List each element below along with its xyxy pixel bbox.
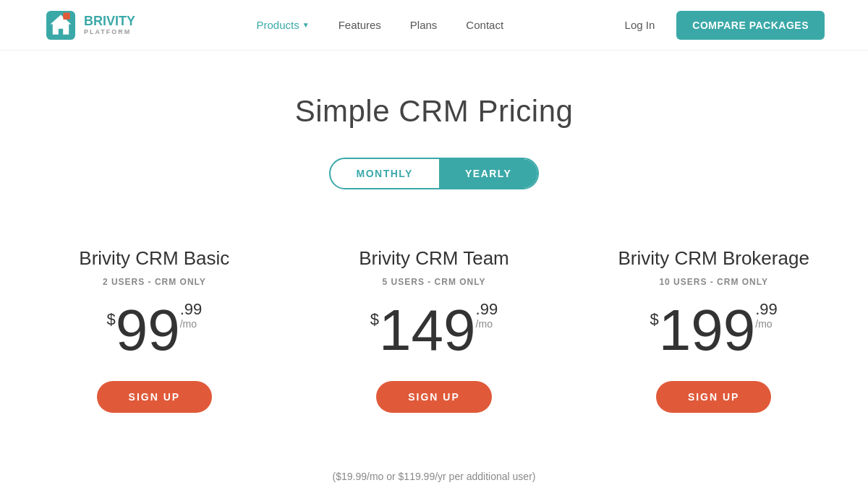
price-main-basic: 99: [116, 301, 180, 359]
price-mo-basic: /mo: [180, 317, 203, 332]
price-main-team: 149: [379, 301, 475, 359]
price-main-brokerage: 199: [659, 301, 755, 359]
chevron-down-icon: ▼: [302, 21, 310, 29]
pricing-card-brokerage: Brivity CRM Brokerage 10 USERS - CRM ONL…: [595, 233, 832, 435]
page-title: Simple CRM Pricing: [295, 94, 574, 129]
pricing-cards: Brivity CRM Basic 2 USERS - CRM ONLY $ 9…: [36, 233, 832, 435]
svg-rect-2: [63, 12, 70, 20]
price-dollar-brokerage: $: [650, 312, 659, 328]
sign-up-team-button[interactable]: SIGN UP: [376, 381, 492, 413]
plan-name-team: Brivity CRM Team: [359, 247, 509, 270]
plan-name-brokerage: Brivity CRM Brokerage: [618, 247, 809, 270]
plan-users-basic: 2 USERS - CRM ONLY: [103, 277, 206, 287]
brivity-logo-icon: [43, 8, 78, 43]
monthly-toggle-button[interactable]: MONTHLY: [331, 159, 439, 188]
plan-users-brokerage: 10 USERS - CRM ONLY: [659, 277, 768, 287]
pricing-card-team: Brivity CRM Team 5 USERS - CRM ONLY $ 14…: [316, 233, 553, 435]
log-in-link[interactable]: Log In: [625, 19, 655, 31]
nav-item-plans[interactable]: Plans: [410, 19, 438, 31]
navbar: BRIVITY PLATFORM Products ▼ Features Pla…: [0, 0, 868, 51]
price-mo-team: /mo: [476, 317, 498, 332]
nav-item-products[interactable]: Products ▼: [257, 19, 310, 31]
nav-right: Log In COMPARE PACKAGES: [625, 11, 825, 40]
price-dollar-basic: $: [106, 312, 115, 328]
billing-toggle: MONTHLY YEARLY: [329, 158, 540, 189]
price-mo-brokerage: /mo: [755, 317, 778, 332]
price-basic: $ 99 .99 /mo: [106, 301, 202, 359]
price-team: $ 149 .99 /mo: [370, 301, 498, 359]
yearly-toggle-button[interactable]: YEARLY: [439, 159, 538, 188]
price-brokerage: $ 199 .99 /mo: [650, 301, 778, 359]
logo-tagline: PLATFORM: [84, 28, 135, 35]
plan-name-basic: Brivity CRM Basic: [79, 247, 229, 270]
price-dollar-team: $: [370, 312, 379, 328]
nav-links: Products ▼ Features Plans Contact: [257, 19, 504, 31]
logo[interactable]: BRIVITY PLATFORM: [43, 8, 135, 43]
sign-up-brokerage-button[interactable]: SIGN UP: [656, 381, 772, 413]
price-cents-team: .99: [476, 301, 498, 317]
price-cents-brokerage: .99: [755, 301, 778, 317]
nav-item-features[interactable]: Features: [339, 19, 381, 31]
price-cents-mo-brokerage: .99 /mo: [755, 301, 778, 338]
pricing-card-basic: Brivity CRM Basic 2 USERS - CRM ONLY $ 9…: [36, 233, 273, 435]
nav-item-contact[interactable]: Contact: [466, 19, 503, 31]
logo-name: BRIVITY: [84, 14, 135, 29]
price-cents-basic: .99: [180, 301, 203, 317]
compare-packages-button[interactable]: COMPARE PACKAGES: [676, 11, 825, 40]
plan-users-team: 5 USERS - CRM ONLY: [383, 277, 486, 287]
main-content: Simple CRM Pricing MONTHLY YEARLY Brivit…: [0, 51, 868, 488]
sign-up-basic-button[interactable]: SIGN UP: [97, 381, 213, 413]
footer-note: ($19.99/mo or $119.99/yr per additional …: [333, 471, 536, 482]
price-cents-mo-team: .99 /mo: [476, 301, 498, 338]
price-cents-mo-basic: .99 /mo: [180, 301, 203, 338]
